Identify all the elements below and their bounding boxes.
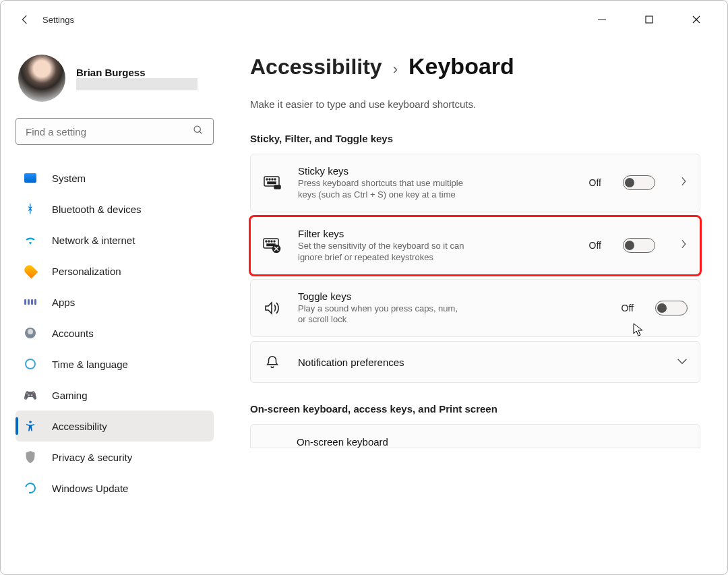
nav-label: Privacy & security [52,452,132,463]
search-box[interactable] [16,118,214,145]
bluetooth-icon: ᚼ [24,202,37,216]
filter-keys-toggle[interactable] [623,238,655,253]
nav-network[interactable]: Network & internet [16,224,214,255]
gamepad-icon: 🎮 [24,388,37,402]
filter-keys-desc: Set the sensitivity of the keyboard so i… [298,241,466,264]
chevron-right-icon: › [393,61,398,78]
nav-privacy[interactable]: Privacy & security [16,442,214,473]
apps-icon [24,295,37,309]
svg-rect-13 [274,185,280,189]
maximize-button[interactable] [637,7,661,32]
chevron-right-icon[interactable] [679,239,688,251]
section-sticky-filter-toggle: Sticky, Filter, and Toggle keys [250,133,700,144]
sticky-keys-title: Sticky keys [298,165,466,177]
profile-email [76,78,198,90]
app-title: Settings [42,15,74,25]
svg-rect-12 [268,182,276,184]
toggle-keys-title: Toggle keys [298,291,466,302]
chevron-right-icon[interactable] [679,177,688,189]
keyboard-filter-icon [263,236,282,255]
search-input[interactable] [26,126,193,138]
nav-label: Gaming [52,390,88,401]
nav-personalization[interactable]: Personalization [16,255,214,286]
toggle-keys-desc: Play a sound when you press caps, num, o… [298,303,466,326]
clock-icon [24,357,37,371]
brush-icon [24,264,37,278]
page-title: Keyboard [408,53,514,80]
nav-accessibility[interactable]: Accessibility [16,411,214,442]
nav-system[interactable]: System [16,162,214,193]
wifi-icon [24,233,37,247]
sound-icon [263,299,282,317]
nav-gaming[interactable]: 🎮Gaming [16,380,214,411]
system-icon [24,171,37,185]
toggle-keys-card[interactable]: Toggle keys Play a sound when you press … [250,279,700,338]
nav-update[interactable]: Windows Update [16,473,214,504]
back-button[interactable] [14,9,36,30]
nav-label: Bluetooth & devices [52,204,142,215]
update-icon [24,481,37,495]
search-icon [193,125,204,138]
svg-rect-7 [264,177,279,186]
svg-line-5 [200,131,202,133]
profile-name: Brian Burgess [76,67,198,78]
chevron-down-icon[interactable] [677,356,688,368]
svg-point-15 [266,241,267,242]
nav-apps[interactable]: Apps [16,286,214,317]
sticky-keys-desc: Press keyboard shortcuts that use multip… [298,178,466,201]
nav-bluetooth[interactable]: ᚼBluetooth & devices [16,193,214,224]
nav-accounts[interactable]: Accounts [16,317,214,349]
main-content: Accessibility › Keyboard Make it easier … [223,38,727,574]
nav-label: System [52,173,86,184]
keyboard-icon [263,173,282,192]
close-button[interactable] [684,7,708,32]
bell-icon [263,353,282,371]
nav-label: Time & language [52,359,128,370]
svg-rect-1 [646,16,653,23]
svg-point-11 [274,179,276,180]
accounts-icon [24,326,37,340]
toggle-keys-state: Off [621,303,634,313]
sticky-keys-card[interactable]: Sticky keys Press keyboard shortcuts tha… [250,154,700,212]
filter-keys-title: Filter keys [298,228,466,239]
svg-point-8 [266,179,268,180]
svg-point-6 [29,421,32,423]
sticky-keys-toggle[interactable] [623,175,655,190]
svg-point-10 [272,179,273,180]
notification-preferences-card[interactable]: Notification preferences [250,341,700,383]
notification-preferences-title: Notification preferences [298,357,661,368]
titlebar: Settings [1,1,727,38]
svg-point-18 [274,241,275,242]
section-onscreen-keyboard: On-screen keyboard, access keys, and Pri… [250,403,700,415]
svg-point-9 [269,179,270,180]
nav-time[interactable]: Time & language [16,349,214,380]
nav-label: Windows Update [52,483,128,494]
sticky-keys-state: Off [589,177,601,188]
svg-point-4 [194,126,200,132]
nav-label: Accounts [52,328,94,339]
nav-label: Accessibility [52,421,107,432]
breadcrumb: Accessibility › Keyboard [250,53,700,80]
profile[interactable]: Brian Burgess [16,52,214,104]
sidebar: Brian Burgess System ᚼBluetooth & device… [1,38,223,574]
on-screen-keyboard-title: On-screen keyboard [297,436,388,448]
svg-point-17 [271,241,272,242]
nav-list: System ᚼBluetooth & devices Network & in… [16,162,214,504]
avatar [18,55,65,102]
nav-label: Personalization [52,266,121,277]
accessibility-icon [24,419,37,433]
svg-point-16 [268,241,270,242]
filter-keys-state: Off [589,240,601,251]
minimize-button[interactable] [590,7,614,32]
toggle-keys-toggle[interactable] [655,301,688,315]
nav-label: Apps [52,297,75,308]
shield-icon [24,450,37,464]
breadcrumb-parent[interactable]: Accessibility [250,55,382,80]
page-description: Make it easier to type and use keyboard … [250,98,700,110]
on-screen-keyboard-card[interactable]: On-screen keyboard [250,424,700,448]
filter-keys-card[interactable]: Filter keys Set the sensitivity of the k… [250,216,700,275]
nav-label: Network & internet [52,235,135,246]
